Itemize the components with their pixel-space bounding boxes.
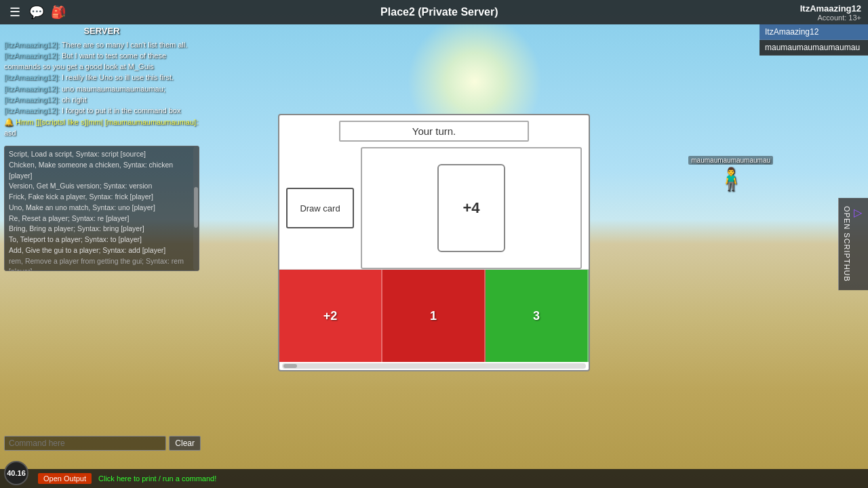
topbar-account: Account: 13+ (800, 14, 861, 22)
chat-username: [ItzAmaazing12]: (4, 41, 60, 49)
chat-username: [ItzAmaazing12]: (4, 106, 60, 115)
server-label: SERVER (0, 24, 203, 37)
chat-messages: [ItzAmaazing12]: There are so many I can… (0, 37, 203, 142)
topbar-user: ItzAmaazing12 Account: 13+ (800, 3, 861, 22)
chat-username: [ItzAmaazing12]: (4, 85, 60, 93)
backpack-icon[interactable]: 🎒 (50, 4, 66, 20)
chat-text: I forgot to put it in the command box (62, 106, 180, 115)
status-message[interactable]: Open Output (38, 473, 92, 484)
script-line: Bring, Bring a player; Syntax: bring [pl… (9, 224, 189, 235)
chat-text: uno maumaumaumaumaumau; (62, 85, 165, 93)
clear-button[interactable]: Clear (169, 436, 201, 451)
chat-text: oh right (62, 96, 87, 104)
top-card: +4 (437, 164, 505, 252)
hand-card-2[interactable]: 3 (486, 270, 589, 362)
chat-asd: asd (4, 128, 199, 138)
chat-message: [ItzAmaazing12]: I really like Uno so il… (4, 73, 199, 83)
userlist: ItzAmaazing12 maumaumaumaumaumau (760, 24, 868, 56)
script-line: Script, Load a script, Syntax: script [s… (9, 149, 189, 160)
chat-message: [ItzAmaazing12]: uno maumaumaumaumaumau; (4, 84, 199, 94)
script-line: Frick, Fake kick a player, Syntax: frick… (9, 192, 189, 203)
userlist-item[interactable]: ItzAmaazing12 (760, 24, 868, 40)
character-name-tag: maumaumaumaumaumau (688, 156, 773, 165)
chat-message: [ItzAmaazing12]: I forgot to put it in t… (4, 106, 199, 116)
chat-message: [ItzAmaazing12]: But I want to test some… (4, 51, 199, 72)
script-line: rem, Remove a player from getting the gu… (9, 256, 189, 272)
script-line: Version, Get M_Guis version; Syntax: ver… (9, 181, 189, 192)
script-list-box: Script, Load a script, Syntax: script [s… (4, 146, 199, 271)
statusbar: 40.16 Open Output Click here to print / … (0, 469, 868, 488)
chat-text: I really like Uno so ill use this first. (62, 73, 174, 81)
uno-modal: Your turn. Draw card +4 +2 1 3 (278, 114, 590, 371)
command-input[interactable] (4, 436, 166, 451)
chat-message: [ItzAmaazing12]: oh right (4, 95, 199, 105)
script-line: Re, Reset a player; Syntax: re [player] (9, 214, 189, 224)
topbar-username: ItzAmaazing12 (800, 3, 861, 14)
scripthub-icon: ▷ (851, 206, 864, 279)
script-line: Uno, Make an uno match, Syntax: uno [pla… (9, 203, 189, 214)
turn-banner: Your turn. (339, 121, 529, 142)
script-line: Add, Give the gui to a player; Syntax: a… (9, 245, 189, 256)
userlist-item[interactable]: maumaumaumaumaumau (760, 40, 868, 56)
chat-username: [ItzAmaazing12]: (4, 73, 60, 81)
chat-icon[interactable]: 💬 (28, 4, 45, 20)
hand-area: +2 1 3 (279, 269, 589, 362)
script-line: Chicken, Make someone a chicken, Syntax:… (9, 160, 189, 182)
script-scrollbar-thumb (194, 187, 198, 228)
chat-username: [ItzAmaazing12]: (4, 96, 60, 104)
scripthub-button[interactable]: ▷ OPEN SCRIPTHUB (838, 198, 868, 290)
chat-message: [ItzAmaazing12]: There are so many I can… (4, 40, 199, 50)
card-play-area: Draw card +4 (279, 147, 589, 269)
command-area: Clear (4, 436, 201, 451)
chat-message: 🔔 Hmm [][scriptsI like s]|mm| [maumaumau… (4, 117, 199, 127)
chat-system-tag: 🔔 Hmm [][scriptsI like s]|mm| [maumaumau… (4, 118, 198, 126)
modal-scrollbar[interactable] (282, 363, 586, 369)
menu-icon[interactable]: ☰ (7, 4, 23, 20)
chat-text: There are so many I can't list them all. (62, 41, 188, 49)
game-character: maumaumaumaumaumau 🧍‍♂️ (688, 156, 773, 192)
script-scrollbar[interactable] (193, 146, 199, 270)
window-title: Place2 (Private Server) (79, 6, 800, 18)
level-badge: 40.16 (4, 461, 28, 485)
discard-pile-area: +4 (361, 147, 582, 269)
status-hint: Click here to print / run a command! (98, 474, 216, 483)
chat-username: [ItzAmaazing12]: (4, 52, 60, 60)
scripthub-label: OPEN SCRIPTHUB (843, 206, 851, 282)
draw-card-button[interactable]: Draw card (286, 188, 354, 228)
hand-card-0[interactable]: +2 (279, 270, 382, 362)
topbar: ☰ 💬 🎒 Place2 (Private Server) ItzAmaazin… (0, 0, 868, 24)
character-body: 🧍‍♂️ (688, 166, 773, 192)
script-line: To, Teleport to a player; Syntax: to [pl… (9, 235, 189, 245)
modal-scrollbar-thumb (283, 364, 297, 368)
hand-card-1[interactable]: 1 (382, 270, 486, 362)
